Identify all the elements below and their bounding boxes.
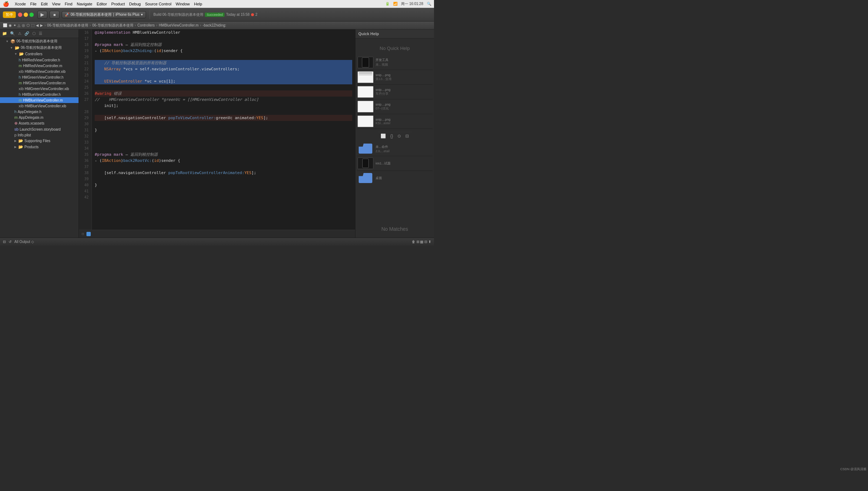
inspector-icon-size[interactable]: ⊟ [405, 134, 409, 139]
nav-forward[interactable]: ▶ [40, 23, 43, 27]
line-16: 16 [82, 29, 89, 36]
sidebar-file-8[interactable]: m HMBlueViewController.m [0, 97, 79, 103]
sidebar-icon-6[interactable]: ☰ [39, 31, 42, 36]
device-name: iPhone 6s Plus [115, 13, 140, 17]
close-button[interactable] [18, 13, 22, 17]
folder-icon: 📂 [15, 46, 20, 50]
maximize-button[interactable] [29, 13, 34, 17]
inspector-icon-file[interactable]: ⬜ [381, 134, 386, 139]
menu-editor[interactable]: Editor [96, 2, 107, 6]
rp-item-snip4[interactable]: snip....png KSI...aster [357, 114, 433, 129]
rp-item-snip1[interactable]: snip....png 第13...业准 [357, 70, 433, 85]
sidebar-file-9[interactable]: xib HMBlueViewController.xib [0, 103, 79, 109]
menu-xcode[interactable]: Xcode [15, 2, 26, 6]
menu-product[interactable]: Product [111, 2, 125, 6]
sidebar-icon-5[interactable]: ⬡ [32, 31, 36, 36]
editor-icon-1[interactable]: ⊟ [82, 231, 84, 237]
breadcrumb-item-4[interactable]: HMBlueViewController.m [159, 23, 199, 27]
sidebar-products[interactable]: ▶ 📂 Products [0, 144, 79, 150]
apple-menu[interactable]: 🍎 [3, 1, 9, 7]
no-quick-help-text: No Quick Help [380, 46, 410, 51]
sidebar-icon-2[interactable]: 🔍 [10, 31, 15, 36]
search-icon[interactable]: 🔍 [427, 2, 431, 6]
sidebar-appdelegate-m[interactable]: m AppDelegate.m [0, 114, 79, 120]
thumb-doc2 [358, 86, 373, 98]
output-label[interactable]: All Output ◇ [14, 240, 34, 244]
menu-file[interactable]: File [30, 2, 37, 6]
trash-icon[interactable]: 🗑 [412, 240, 415, 244]
code-line-40: } [95, 182, 352, 188]
menu-bar: 🍎 Xcode File Edit View Find Navigate Edi… [0, 0, 434, 8]
rp-item-snip2[interactable]: snip....png 车丹分享 [357, 85, 433, 99]
sidebar-supporting[interactable]: ▶ 📂 Supporting Files [0, 138, 79, 144]
breadcrumb-item-2[interactable]: 06-导航控制器的基本使用 [92, 23, 133, 28]
sidebar-appdelegate-h[interactable]: h AppDelegate.h [0, 109, 79, 114]
rp-item-desktop[interactable]: 桌面 [357, 171, 433, 185]
file-label: HMGreenViewController.m [23, 81, 66, 85]
menu-navigate[interactable]: Navigate [77, 2, 92, 6]
rp-item-snip3[interactable]: snip....png 07--(优化 [357, 99, 433, 114]
sidebar-file-4[interactable]: h HMGreenViewController.h [0, 74, 79, 80]
sidebar-file-7[interactable]: h HMBlueViewController.h [0, 92, 79, 97]
sidebar-file-1[interactable]: h HMRedViewController.h [0, 57, 79, 63]
run-button[interactable]: ▶ [37, 11, 47, 19]
phone-icon [362, 57, 369, 67]
code-editor[interactable]: 16 17 18 19 20 21 22 23 24 25 26 27 27 2… [79, 29, 355, 238]
minimize-button[interactable] [24, 13, 28, 17]
sidebar-file-3[interactable]: xib HMRedViewController.xib [0, 69, 79, 74]
sidebar-assets[interactable]: ⊕ Assets.xcassets [0, 120, 79, 126]
sidebar-icon-1[interactable]: 📁 [2, 31, 7, 36]
rp-label-7: ios1...试题 [376, 161, 391, 166]
breadcrumb-item-5[interactable]: -back2Zhiding: [203, 23, 226, 27]
sidebar-file-6[interactable]: xib HMGreenViewController.xib [0, 86, 79, 92]
sidebar-project-root[interactable]: ▼ 📦 06-导航控制器的基本使用 [0, 38, 79, 45]
rp-item-devtools[interactable]: 开发工具 未...视频 [357, 55, 433, 70]
scheme-selector[interactable]: 🚀 06-导航控制器的基本使用 | iPhone 6s Plus ▾ [62, 11, 146, 18]
phone-icon-2 [362, 159, 369, 168]
code-content[interactable]: 16 17 18 19 20 21 22 23 24 25 26 27 27 2… [79, 29, 355, 230]
sidebar-file-5[interactable]: m HMGreenViewController.m [0, 80, 79, 86]
code-line-18: #pragma mark – 返回到指定控制器 [95, 42, 352, 48]
rp-label-8: 桌面 [376, 176, 382, 181]
sidebar-launch[interactable]: sb LaunchScreen.storyboard [0, 126, 79, 132]
inspector-icon-code[interactable]: {} [390, 134, 393, 139]
menu-view[interactable]: View [52, 2, 61, 6]
code-line-27b: init]; [95, 103, 352, 109]
thumb-folder1 [358, 143, 373, 154]
sidebar-controllers-folder[interactable]: ▼ 📂 Controllers [0, 51, 79, 57]
breadcrumb-item-3[interactable]: Controllers [137, 23, 155, 27]
sep2: › [90, 23, 91, 27]
rp-item-folder1[interactable]: 未...命件 ZJL...etail [357, 141, 433, 156]
menubar-right: 🔋 📶 周一 16:01:28 🔍 [385, 1, 431, 6]
sidebar-file-2[interactable]: m HMRedViewController.m [0, 63, 79, 69]
menu-edit[interactable]: Edit [41, 2, 48, 6]
bottom-icon-1[interactable]: ⊟ [3, 240, 6, 244]
stop-button[interactable]: ■ [49, 11, 60, 19]
nav-back[interactable]: ◀ [36, 23, 39, 27]
code-line-28 [95, 109, 352, 115]
menu-find[interactable]: Find [65, 2, 72, 6]
view-toggle-3[interactable]: ⊟ [424, 240, 427, 244]
menu-window[interactable]: Window [176, 2, 190, 6]
breadcrumb-item-1[interactable]: 06-导航控制器的基本使用 [47, 23, 88, 28]
separator [150, 10, 150, 19]
thumb-doc4 [358, 116, 373, 127]
sidebar-icon-3[interactable]: ⚠ [18, 31, 22, 36]
file-icon: p [14, 133, 16, 137]
bottom-icon-3[interactable]: ⬆ [428, 240, 431, 244]
pause-button[interactable]: 暂停 [3, 11, 16, 18]
battery-icon: 🔋 [385, 2, 390, 6]
sidebar-icon-4[interactable]: 🔗 [24, 31, 29, 36]
menu-help[interactable]: Help [194, 2, 202, 6]
sidebar-infoplist[interactable]: p Info.plist [0, 132, 79, 138]
rp-item-ios[interactable]: ios1...试题 [357, 156, 433, 171]
bottom-icon-2[interactable]: ↺ [9, 240, 11, 244]
line-39: 39 [82, 176, 89, 182]
view-toggle-1[interactable]: ⊞ [416, 240, 419, 244]
sidebar-group-root[interactable]: ▼ 📂 06-导航控制器的基本使用 [0, 45, 79, 51]
inspector-icon-identity[interactable]: ⊙ [397, 134, 401, 139]
menu-source-control[interactable]: Source Control [145, 2, 171, 6]
menu-debug[interactable]: Debug [129, 2, 141, 6]
rp-tag-3: 车丹分享 [376, 92, 391, 96]
view-toggle-2[interactable]: ▦ [420, 240, 423, 244]
